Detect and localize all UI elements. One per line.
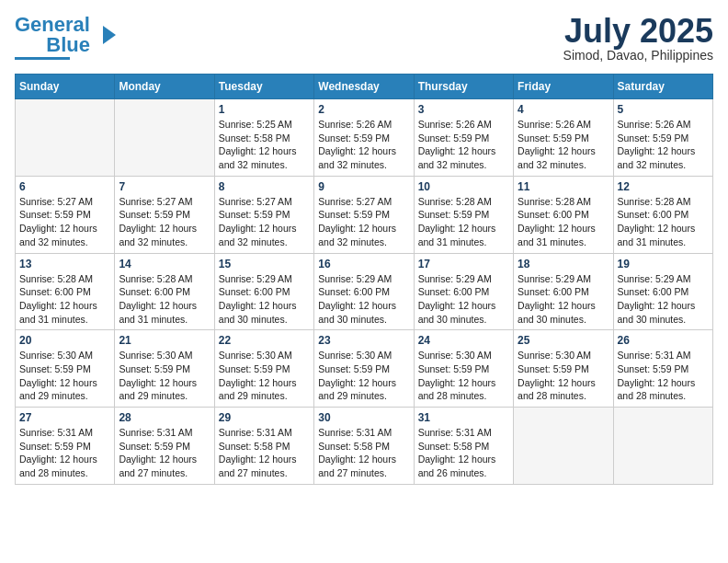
day-number: 20 [19,334,110,347]
day-info: Sunrise: 5:28 AMSunset: 5:59 PMDaylight:… [418,195,509,249]
calendar-cell: 31Sunrise: 5:31 AMSunset: 5:58 PMDayligh… [414,408,513,485]
col-sunday: Sunday [16,75,115,99]
day-number: 10 [418,180,509,193]
day-info: Sunrise: 5:28 AMSunset: 6:00 PMDaylight:… [19,272,110,327]
calendar-cell: 15Sunrise: 5:29 AMSunset: 6:00 PMDayligh… [214,253,313,330]
logo-blue: Blue [46,35,90,55]
day-number: 6 [19,180,110,193]
calendar-cell: 12Sunrise: 5:28 AMSunset: 6:00 PMDayligh… [613,176,712,253]
day-info: Sunrise: 5:30 AMSunset: 5:59 PMDaylight:… [119,349,210,403]
day-info: Sunrise: 5:29 AMSunset: 6:00 PMDaylight:… [318,272,409,327]
col-saturday: Saturday [613,75,712,99]
day-info: Sunrise: 5:26 AMSunset: 5:59 PMDaylight:… [518,118,609,172]
calendar-cell: 16Sunrise: 5:29 AMSunset: 6:00 PMDayligh… [314,253,414,330]
day-number: 13 [19,258,110,270]
day-number: 5 [618,103,709,116]
day-number: 9 [318,180,409,193]
calendar-cell: 5Sunrise: 5:26 AMSunset: 5:59 PMDaylight… [613,99,712,177]
day-number: 30 [318,411,409,424]
day-number: 31 [418,411,509,424]
day-info: Sunrise: 5:31 AMSunset: 5:58 PMDaylight:… [318,426,409,480]
calendar-cell: 9Sunrise: 5:27 AMSunset: 5:59 PMDaylight… [314,176,414,253]
day-number: 16 [318,258,409,270]
day-info: Sunrise: 5:29 AMSunset: 6:00 PMDaylight:… [219,272,310,327]
day-number: 2 [318,103,409,116]
calendar-cell: 1Sunrise: 5:25 AMSunset: 5:58 PMDaylight… [214,99,313,177]
day-number: 19 [618,258,709,270]
calendar-cell: 26Sunrise: 5:31 AMSunset: 5:59 PMDayligh… [613,330,712,408]
day-number: 18 [518,258,609,270]
day-info: Sunrise: 5:26 AMSunset: 5:59 PMDaylight:… [418,118,509,172]
svg-marker-0 [103,26,116,44]
day-info: Sunrise: 5:28 AMSunset: 6:00 PMDaylight:… [618,195,709,249]
logo-general: General [15,15,90,35]
calendar-cell: 30Sunrise: 5:31 AMSunset: 5:58 PMDayligh… [314,408,414,485]
day-number: 8 [219,180,310,193]
calendar-cell: 11Sunrise: 5:28 AMSunset: 6:00 PMDayligh… [514,176,613,253]
day-info: Sunrise: 5:30 AMSunset: 5:59 PMDaylight:… [219,349,310,403]
day-info: Sunrise: 5:30 AMSunset: 5:59 PMDaylight:… [418,349,509,403]
calendar-cell: 18Sunrise: 5:29 AMSunset: 6:00 PMDayligh… [514,253,613,330]
day-number: 17 [418,258,509,270]
day-info: Sunrise: 5:29 AMSunset: 6:00 PMDaylight:… [418,272,509,327]
day-info: Sunrise: 5:31 AMSunset: 5:59 PMDaylight:… [618,349,709,403]
calendar-cell: 2Sunrise: 5:26 AMSunset: 5:59 PMDaylight… [314,99,414,177]
day-info: Sunrise: 5:28 AMSunset: 6:00 PMDaylight:… [119,272,210,327]
calendar-cell: 27Sunrise: 5:31 AMSunset: 5:59 PMDayligh… [16,408,115,485]
day-number: 22 [219,334,310,347]
day-info: Sunrise: 5:26 AMSunset: 5:59 PMDaylight:… [618,118,709,172]
calendar-table: Sunday Monday Tuesday Wednesday Thursday… [15,74,713,485]
calendar-cell: 17Sunrise: 5:29 AMSunset: 6:00 PMDayligh… [414,253,513,330]
col-thursday: Thursday [414,75,513,99]
month-year: July 2025 [563,15,713,48]
day-number: 15 [219,258,310,270]
calendar-cell: 3Sunrise: 5:26 AMSunset: 5:59 PMDaylight… [414,99,513,177]
calendar-cell: 25Sunrise: 5:30 AMSunset: 5:59 PMDayligh… [514,330,613,408]
day-info: Sunrise: 5:30 AMSunset: 5:59 PMDaylight:… [518,349,609,403]
day-info: Sunrise: 5:30 AMSunset: 5:59 PMDaylight:… [19,349,110,403]
day-number: 1 [219,103,310,116]
day-info: Sunrise: 5:27 AMSunset: 5:59 PMDaylight:… [318,195,409,249]
calendar-cell: 8Sunrise: 5:27 AMSunset: 5:59 PMDaylight… [214,176,313,253]
calendar-cell: 28Sunrise: 5:31 AMSunset: 5:59 PMDayligh… [115,408,214,485]
calendar-cell: 20Sunrise: 5:30 AMSunset: 5:59 PMDayligh… [16,330,115,408]
calendar-week-5: 27Sunrise: 5:31 AMSunset: 5:59 PMDayligh… [16,408,713,485]
calendar-header-row: Sunday Monday Tuesday Wednesday Thursday… [16,75,713,99]
calendar-cell: 14Sunrise: 5:28 AMSunset: 6:00 PMDayligh… [115,253,214,330]
day-number: 27 [19,411,110,424]
day-info: Sunrise: 5:27 AMSunset: 5:59 PMDaylight:… [19,195,110,249]
day-info: Sunrise: 5:28 AMSunset: 6:00 PMDaylight:… [518,195,609,249]
calendar-cell: 13Sunrise: 5:28 AMSunset: 6:00 PMDayligh… [16,253,115,330]
day-info: Sunrise: 5:31 AMSunset: 5:58 PMDaylight:… [418,426,509,480]
day-info: Sunrise: 5:27 AMSunset: 5:59 PMDaylight:… [119,195,210,249]
page-header: General Blue July 2025 Simod, Davao, Phi… [15,15,713,63]
day-number: 28 [119,411,210,424]
day-info: Sunrise: 5:29 AMSunset: 6:00 PMDaylight:… [518,272,609,327]
calendar-week-2: 6Sunrise: 5:27 AMSunset: 5:59 PMDaylight… [16,176,713,253]
day-number: 12 [618,180,709,193]
calendar-cell: 29Sunrise: 5:31 AMSunset: 5:58 PMDayligh… [214,408,313,485]
col-wednesday: Wednesday [314,75,414,99]
calendar-cell [16,99,115,177]
day-info: Sunrise: 5:31 AMSunset: 5:59 PMDaylight:… [19,426,110,480]
logo-icon [94,22,119,48]
calendar-cell: 22Sunrise: 5:30 AMSunset: 5:59 PMDayligh… [214,330,313,408]
calendar-cell: 6Sunrise: 5:27 AMSunset: 5:59 PMDaylight… [16,176,115,253]
title-block: July 2025 Simod, Davao, Philippines [563,15,713,63]
calendar-cell: 4Sunrise: 5:26 AMSunset: 5:59 PMDaylight… [514,99,613,177]
day-number: 14 [119,258,210,270]
day-number: 29 [219,411,310,424]
day-info: Sunrise: 5:26 AMSunset: 5:59 PMDaylight:… [318,118,409,172]
calendar-cell: 23Sunrise: 5:30 AMSunset: 5:59 PMDayligh… [314,330,414,408]
col-monday: Monday [115,75,214,99]
day-info: Sunrise: 5:30 AMSunset: 5:59 PMDaylight:… [318,349,409,403]
day-info: Sunrise: 5:31 AMSunset: 5:58 PMDaylight:… [219,426,310,480]
day-number: 21 [119,334,210,347]
calendar-cell: 19Sunrise: 5:29 AMSunset: 6:00 PMDayligh… [613,253,712,330]
calendar-week-1: 1Sunrise: 5:25 AMSunset: 5:58 PMDaylight… [16,99,713,177]
calendar-cell [613,408,712,485]
calendar-cell: 21Sunrise: 5:30 AMSunset: 5:59 PMDayligh… [115,330,214,408]
calendar-cell: 7Sunrise: 5:27 AMSunset: 5:59 PMDaylight… [115,176,214,253]
logo: General Blue [15,15,119,60]
day-number: 3 [418,103,509,116]
